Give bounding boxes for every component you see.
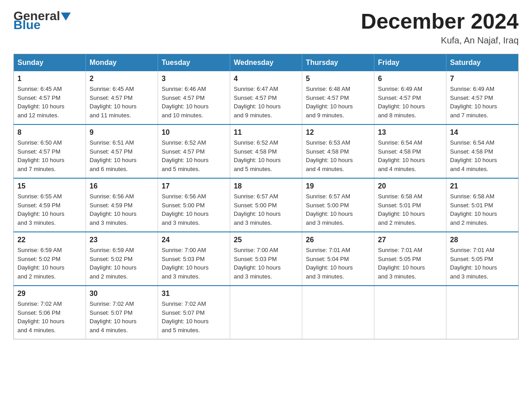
day-number: 17 — [162, 182, 226, 190]
day-cell: 17 Sunrise: 6:56 AMSunset: 5:00 PMDaylig… — [158, 178, 230, 232]
day-info: Sunrise: 7:01 AMSunset: 5:05 PMDaylight:… — [378, 247, 425, 280]
day-number: 5 — [306, 75, 370, 83]
day-cell: 14 Sunrise: 6:54 AMSunset: 4:58 PMDaylig… — [446, 124, 519, 178]
day-info: Sunrise: 7:01 AMSunset: 5:05 PMDaylight:… — [450, 247, 497, 280]
day-number: 3 — [162, 75, 226, 83]
day-info: Sunrise: 6:51 AMSunset: 4:57 PMDaylight:… — [90, 139, 137, 172]
day-number: 30 — [90, 290, 154, 298]
day-info: Sunrise: 6:52 AMSunset: 4:57 PMDaylight:… — [162, 139, 209, 172]
day-info: Sunrise: 7:02 AMSunset: 5:06 PMDaylight:… — [17, 300, 64, 334]
day-number: 15 — [17, 182, 82, 190]
day-number: 24 — [162, 236, 226, 244]
day-number: 29 — [17, 290, 82, 298]
day-cell: 13 Sunrise: 6:54 AMSunset: 4:58 PMDaylig… — [374, 124, 446, 178]
day-cell: 10 Sunrise: 6:52 AMSunset: 4:57 PMDaylig… — [158, 124, 230, 178]
week-row-1: 1 Sunrise: 6:45 AMSunset: 4:57 PMDayligh… — [14, 71, 519, 124]
day-cell: 1 Sunrise: 6:45 AMSunset: 4:57 PMDayligh… — [14, 71, 86, 124]
day-cell: 31 Sunrise: 7:02 AMSunset: 5:07 PMDaylig… — [158, 286, 230, 339]
day-info: Sunrise: 6:59 AMSunset: 5:02 PMDaylight:… — [90, 247, 137, 280]
day-cell: 21 Sunrise: 6:58 AMSunset: 5:01 PMDaylig… — [446, 178, 519, 232]
day-number: 19 — [306, 182, 370, 190]
day-cell: 16 Sunrise: 6:56 AMSunset: 4:59 PMDaylig… — [86, 178, 158, 232]
month-title: December 2024 — [361, 9, 519, 34]
calendar-table: SundayMondayTuesdayWednesdayThursdayFrid… — [13, 54, 519, 339]
day-cell: 3 Sunrise: 6:46 AMSunset: 4:57 PMDayligh… — [158, 71, 230, 124]
day-info: Sunrise: 6:48 AMSunset: 4:57 PMDaylight:… — [306, 86, 353, 119]
week-row-3: 15 Sunrise: 6:55 AMSunset: 4:59 PMDaylig… — [14, 178, 519, 232]
day-number: 20 — [378, 182, 442, 190]
logo: General Blue — [13, 9, 71, 32]
day-number: 16 — [90, 182, 154, 190]
weekday-header-tuesday: Tuesday — [158, 54, 230, 72]
day-number: 1 — [17, 75, 82, 83]
day-info: Sunrise: 7:02 AMSunset: 5:07 PMDaylight:… — [162, 300, 209, 334]
day-cell: 11 Sunrise: 6:52 AMSunset: 4:58 PMDaylig… — [230, 124, 302, 178]
day-cell: 27 Sunrise: 7:01 AMSunset: 5:05 PMDaylig… — [374, 232, 446, 286]
day-info: Sunrise: 6:57 AMSunset: 5:00 PMDaylight:… — [234, 193, 281, 226]
logo-blue-text: Blue — [13, 18, 41, 32]
day-cell — [374, 286, 446, 339]
day-number: 21 — [450, 182, 515, 190]
day-number: 4 — [234, 75, 298, 83]
day-number: 14 — [450, 128, 515, 137]
logo-triangle-icon — [61, 13, 71, 21]
week-row-2: 8 Sunrise: 6:50 AMSunset: 4:57 PMDayligh… — [14, 124, 519, 178]
weekday-header-sunday: Sunday — [14, 54, 86, 72]
day-cell: 2 Sunrise: 6:45 AMSunset: 4:57 PMDayligh… — [86, 71, 158, 124]
day-cell: 23 Sunrise: 6:59 AMSunset: 5:02 PMDaylig… — [86, 232, 158, 286]
day-info: Sunrise: 6:56 AMSunset: 4:59 PMDaylight:… — [90, 193, 137, 226]
day-info: Sunrise: 6:45 AMSunset: 4:57 PMDaylight:… — [17, 86, 64, 119]
day-number: 2 — [90, 75, 154, 83]
day-cell: 28 Sunrise: 7:01 AMSunset: 5:05 PMDaylig… — [446, 232, 519, 286]
day-info: Sunrise: 6:56 AMSunset: 5:00 PMDaylight:… — [162, 193, 209, 226]
day-number: 31 — [162, 290, 226, 298]
day-cell: 24 Sunrise: 7:00 AMSunset: 5:03 PMDaylig… — [158, 232, 230, 286]
day-cell: 9 Sunrise: 6:51 AMSunset: 4:57 PMDayligh… — [86, 124, 158, 178]
week-row-5: 29 Sunrise: 7:02 AMSunset: 5:06 PMDaylig… — [14, 286, 519, 339]
day-info: Sunrise: 7:01 AMSunset: 5:04 PMDaylight:… — [306, 247, 353, 280]
location-title: Kufa, An Najaf, Iraq — [361, 35, 519, 46]
day-cell: 25 Sunrise: 7:00 AMSunset: 5:03 PMDaylig… — [230, 232, 302, 286]
day-cell: 19 Sunrise: 6:57 AMSunset: 5:00 PMDaylig… — [302, 178, 374, 232]
day-info: Sunrise: 6:46 AMSunset: 4:57 PMDaylight:… — [162, 86, 209, 119]
day-info: Sunrise: 6:50 AMSunset: 4:57 PMDaylight:… — [17, 139, 64, 172]
day-info: Sunrise: 7:02 AMSunset: 5:07 PMDaylight:… — [90, 300, 137, 334]
weekday-header-monday: Monday — [86, 54, 158, 72]
weekday-header-thursday: Thursday — [302, 54, 374, 72]
day-cell: 30 Sunrise: 7:02 AMSunset: 5:07 PMDaylig… — [86, 286, 158, 339]
day-cell: 6 Sunrise: 6:49 AMSunset: 4:57 PMDayligh… — [374, 71, 446, 124]
day-cell: 5 Sunrise: 6:48 AMSunset: 4:57 PMDayligh… — [302, 71, 374, 124]
day-number: 27 — [378, 236, 442, 244]
day-cell: 20 Sunrise: 6:58 AMSunset: 5:01 PMDaylig… — [374, 178, 446, 232]
day-info: Sunrise: 6:54 AMSunset: 4:58 PMDaylight:… — [378, 139, 425, 172]
day-cell: 29 Sunrise: 7:02 AMSunset: 5:06 PMDaylig… — [14, 286, 86, 339]
day-info: Sunrise: 7:00 AMSunset: 5:03 PMDaylight:… — [162, 247, 209, 280]
day-number: 23 — [90, 236, 154, 244]
day-cell: 15 Sunrise: 6:55 AMSunset: 4:59 PMDaylig… — [14, 178, 86, 232]
day-number: 26 — [306, 236, 370, 244]
day-info: Sunrise: 6:53 AMSunset: 4:58 PMDaylight:… — [306, 139, 353, 172]
day-info: Sunrise: 6:58 AMSunset: 5:01 PMDaylight:… — [378, 193, 425, 226]
weekday-header-row: SundayMondayTuesdayWednesdayThursdayFrid… — [14, 54, 519, 72]
day-number: 28 — [450, 236, 515, 244]
day-number: 13 — [378, 128, 442, 137]
weekday-header-friday: Friday — [374, 54, 446, 72]
day-number: 8 — [17, 128, 82, 137]
day-number: 25 — [234, 236, 298, 244]
day-cell: 22 Sunrise: 6:59 AMSunset: 5:02 PMDaylig… — [14, 232, 86, 286]
day-number: 22 — [17, 236, 82, 244]
weekday-header-saturday: Saturday — [446, 54, 519, 72]
day-info: Sunrise: 6:58 AMSunset: 5:01 PMDaylight:… — [450, 193, 497, 226]
day-number: 11 — [234, 128, 298, 137]
title-area: December 2024 Kufa, An Najaf, Iraq — [361, 9, 519, 46]
day-number: 12 — [306, 128, 370, 137]
day-number: 6 — [378, 75, 442, 83]
day-info: Sunrise: 6:54 AMSunset: 4:58 PMDaylight:… — [450, 139, 497, 172]
page-header: General Blue December 2024 Kufa, An Naja… — [13, 9, 519, 46]
day-info: Sunrise: 6:55 AMSunset: 4:59 PMDaylight:… — [17, 193, 64, 226]
day-cell: 18 Sunrise: 6:57 AMSunset: 5:00 PMDaylig… — [230, 178, 302, 232]
day-number: 10 — [162, 128, 226, 137]
day-info: Sunrise: 6:45 AMSunset: 4:57 PMDaylight:… — [90, 86, 137, 119]
day-cell: 4 Sunrise: 6:47 AMSunset: 4:57 PMDayligh… — [230, 71, 302, 124]
svg-marker-0 — [61, 13, 71, 21]
